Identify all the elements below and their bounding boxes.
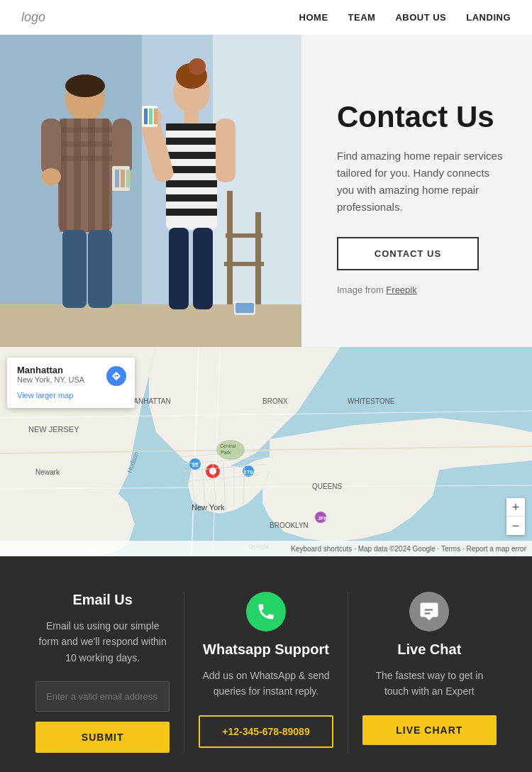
svg-rect-22 — [121, 170, 125, 187]
map-popup-location: New York, NY, USA — [17, 375, 84, 384]
svg-text:278: 278 — [243, 469, 253, 475]
whatsapp-title: Whatsapp Support — [203, 641, 329, 658]
svg-rect-34 — [166, 194, 217, 202]
logo: logo — [21, 10, 45, 25]
svg-rect-32 — [166, 166, 217, 173]
svg-rect-43 — [149, 109, 153, 124]
nav-landing[interactable]: LANDING — [466, 12, 511, 23]
map-popup-title: Manhattan — [17, 365, 84, 375]
email-input[interactable] — [35, 681, 170, 712]
navbar: logo HOME TEAM ABOUT US LANDING — [0, 0, 532, 35]
map-popup: Manhattan New York, NY, USA View larger … — [7, 358, 135, 408]
svg-rect-37 — [193, 228, 213, 309]
svg-point-26 — [189, 58, 206, 75]
svg-rect-35 — [166, 209, 217, 216]
hero-title: Contact Us — [337, 101, 504, 133]
svg-rect-11 — [58, 127, 112, 133]
livechat-icon-circle — [409, 592, 449, 632]
whatsapp-column: Whatsapp Support Add us on WhatsApp & se… — [184, 592, 348, 753]
whatsapp-phone-button[interactable]: +12-345-678-89089 — [199, 715, 333, 748]
nav-about[interactable]: ABOUT US — [395, 12, 446, 23]
svg-rect-44 — [154, 109, 157, 124]
whatsapp-description: Add us on WhatsApp & send queries for in… — [199, 668, 333, 700]
svg-text:Central: Central — [220, 443, 236, 448]
hero-image — [0, 35, 301, 347]
freepik-link[interactable]: Freepik — [386, 285, 416, 295]
svg-text:NEW JERSEY: NEW JERSEY — [28, 425, 79, 434]
svg-rect-30 — [166, 138, 217, 145]
hero-content: Contact Us Find amazing home repair serv… — [301, 35, 532, 347]
map-zoom-controls: + − — [506, 498, 525, 535]
svg-rect-29 — [166, 123, 217, 131]
livechat-description: The fastest way to get in touch with an … — [362, 668, 497, 700]
livechat-title: Live Chat — [397, 641, 461, 658]
svg-rect-21 — [115, 170, 119, 187]
email-description: Email us using our simple form and we'll… — [35, 618, 170, 666]
email-title: Email Us — [72, 592, 132, 608]
svg-rect-42 — [144, 109, 148, 124]
svg-text:Newark: Newark — [35, 468, 60, 476]
svg-rect-39 — [216, 118, 235, 182]
zoom-in-button[interactable]: + — [506, 498, 525, 517]
svg-rect-33 — [166, 180, 217, 187]
svg-rect-36 — [169, 228, 189, 309]
image-credit-text: Image from — [337, 285, 386, 295]
svg-text:Park: Park — [221, 450, 231, 455]
view-larger-map-link[interactable]: View larger map — [17, 391, 73, 399]
svg-rect-16 — [41, 118, 61, 175]
svg-text:BRONX: BRONX — [262, 397, 288, 405]
map-attribution: Keyboard shortcuts · Map data ©2024 Goog… — [291, 545, 526, 553]
map-section: 95 278 MANHATTAN New York QUEENS BROOKLY… — [0, 347, 532, 556]
svg-rect-50 — [235, 303, 254, 313]
svg-rect-15 — [88, 230, 112, 308]
svg-text:BROOKLYN: BROOKLYN — [270, 522, 309, 529]
svg-rect-14 — [62, 230, 87, 308]
svg-rect-8 — [74, 118, 81, 232]
svg-rect-48 — [224, 262, 264, 266]
svg-text:QUEENS: QUEENS — [312, 482, 343, 490]
svg-rect-23 — [126, 170, 131, 187]
svg-point-5 — [65, 75, 105, 97]
svg-text:New York: New York — [192, 503, 225, 512]
nav-home[interactable]: HOME — [299, 12, 328, 23]
directions-button[interactable] — [106, 366, 126, 386]
svg-rect-12 — [58, 141, 112, 147]
contact-section: Email Us Email us using our simple form … — [0, 556, 532, 772]
svg-rect-13 — [58, 155, 112, 161]
hero-section: Contact Us Find amazing home repair serv… — [0, 35, 532, 347]
email-column: Email Us Email us using our simple form … — [21, 592, 184, 753]
svg-point-18 — [41, 168, 61, 185]
svg-rect-9 — [88, 118, 95, 232]
svg-rect-47 — [226, 233, 262, 238]
svg-rect-1 — [0, 304, 301, 347]
zoom-out-button[interactable]: − — [506, 517, 525, 535]
contact-us-button[interactable]: CONTACT US — [337, 237, 479, 270]
live-chat-button[interactable]: LIVE CHART — [362, 715, 497, 745]
svg-text:WHITESTONE: WHITESTONE — [348, 397, 395, 405]
map-footer: Keyboard shortcuts · Map data ©2024 Goog… — [0, 541, 532, 556]
svg-rect-31 — [166, 152, 217, 159]
nav-links: HOME TEAM ABOUT US LANDING — [299, 12, 511, 23]
svg-rect-45 — [227, 191, 233, 304]
svg-rect-46 — [255, 212, 261, 304]
svg-rect-10 — [102, 118, 109, 232]
livechat-column: Live Chat The fastest way to get in touc… — [348, 592, 511, 753]
image-credit: Image from Freepik — [337, 285, 504, 295]
whatsapp-icon-circle — [246, 592, 286, 632]
nav-team[interactable]: TEAM — [348, 12, 376, 23]
svg-text:JFK: JFK — [318, 516, 327, 521]
hero-description: Find amazing home repair services tailor… — [337, 148, 504, 216]
submit-button[interactable]: SUBMIT — [35, 722, 170, 753]
